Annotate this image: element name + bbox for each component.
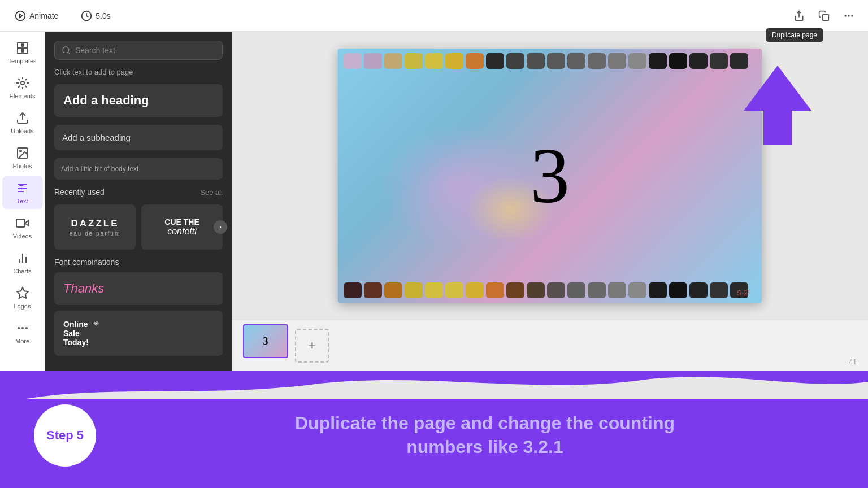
canvas-scroll[interactable]: 3 [232, 32, 868, 320]
search-input[interactable] [75, 46, 215, 55]
svg-point-26 [63, 47, 69, 53]
bottom-section: Step 5 Duplicate the page and change the… [0, 371, 868, 488]
charts-icon [15, 251, 30, 265]
svg-point-5 [845, 15, 847, 16]
svg-point-12 [21, 81, 24, 85]
svg-rect-18 [16, 219, 25, 227]
more-icon [15, 321, 30, 336]
svg-marker-22 [17, 287, 28, 298]
sidebar-item-more[interactable]: More [2, 316, 43, 349]
text-label: Text [16, 198, 28, 204]
more-icon [843, 10, 854, 21]
step-circle: Step 5 [34, 404, 96, 467]
cue-line2: confetti [167, 226, 197, 237]
svg-rect-9 [23, 43, 28, 47]
search-icon [62, 46, 71, 55]
wave-top [0, 371, 868, 399]
sidebar-item-photos[interactable]: Photos [2, 141, 43, 174]
icon-sidebar: Templates Elements Uploads Photos T Text [0, 32, 45, 371]
dazzle-title: DAZZLE [71, 218, 119, 229]
svg-point-23 [18, 327, 20, 329]
uploads-label: Uploads [11, 128, 33, 134]
font-combo-thanks[interactable]: Thanks [54, 272, 223, 305]
elements-icon [15, 76, 30, 90]
add-body-button[interactable]: Add a little bit of body text [54, 158, 223, 180]
svg-point-6 [848, 15, 849, 16]
svg-rect-11 [23, 49, 28, 53]
font-combo-online-sale[interactable]: Online Sale Today! ✳ [54, 311, 223, 356]
canvas-number: 3 [530, 136, 570, 215]
film-holes-bottom [338, 282, 762, 298]
add-page-button[interactable]: + [295, 329, 329, 363]
main-layout: Templates Elements Uploads Photos T Text [0, 32, 868, 371]
more-label: More [15, 338, 29, 345]
svg-text:T: T [19, 184, 24, 192]
uploads-icon [15, 111, 30, 125]
duplicate-icon [818, 10, 830, 21]
text-panel: Click text to add to page Add a heading … [45, 32, 232, 371]
page-thumbnail-1[interactable]: 3 1 [243, 324, 288, 358]
svg-rect-8 [18, 43, 22, 47]
add-page-icon: + [309, 338, 316, 353]
cue-line1: CUE THE [164, 217, 199, 226]
step-label: Step 5 [46, 428, 84, 443]
add-heading-label: Add a heading [63, 93, 149, 107]
sidebar-item-videos[interactable]: Videos [2, 211, 43, 244]
share-button[interactable] [789, 6, 809, 26]
sidebar-item-text[interactable]: T Text [2, 176, 43, 209]
see-all-label: See all [200, 188, 223, 197]
page-thumbnail-wrapper: 3 1 [243, 324, 288, 358]
font-combinations: Font combinations Thanks Online Sale Tod… [54, 258, 223, 356]
canvas-frame[interactable]: 3 [338, 49, 762, 303]
font-card-confetti[interactable]: CUE THE confetti [141, 204, 223, 250]
recently-used-title: Recently used [54, 188, 105, 197]
canvas-area: 3 [232, 32, 868, 371]
sidebar-item-elements[interactable]: Elements [2, 71, 43, 104]
font-combinations-header: Font combinations [54, 258, 223, 267]
recently-used-cards: DAZZLE eau de parfum CUE THE confetti › [54, 204, 223, 250]
animate-button[interactable]: Animate [9, 7, 64, 25]
svg-rect-4 [823, 14, 829, 20]
share-icon [793, 10, 805, 21]
instruction-line1: Duplicate the page and change the counti… [295, 412, 675, 435]
templates-icon [15, 41, 30, 55]
page-number: 41 [849, 358, 857, 366]
svg-point-7 [851, 15, 853, 16]
duplicate-tooltip: Duplicate page [766, 28, 823, 42]
combo-thanks-text: Thanks [63, 281, 104, 296]
film-holes-top [338, 53, 762, 69]
sidebar-item-logos[interactable]: Logos [2, 281, 43, 314]
click-hint: Click text to add to page [54, 68, 223, 76]
svg-marker-1 [19, 14, 22, 18]
thumbnail-strip: 3 1 + [232, 320, 868, 371]
text-icon: T [15, 181, 30, 195]
add-subheading-button[interactable]: Add a subheading [54, 125, 223, 150]
animate-icon [15, 10, 26, 21]
sidebar-item-charts[interactable]: Charts [2, 246, 43, 279]
svg-marker-17 [25, 220, 29, 226]
svg-point-0 [16, 11, 25, 20]
duplicate-page-button[interactable] [814, 6, 834, 26]
svg-point-15 [20, 150, 21, 152]
more-options-button[interactable] [839, 6, 859, 26]
sidebar-item-uploads[interactable]: Uploads [2, 106, 43, 139]
add-heading-button[interactable]: Add a heading [54, 84, 223, 117]
svg-point-24 [21, 327, 24, 329]
bottom-instruction: Duplicate the page and change the counti… [193, 412, 675, 459]
photos-label: Photos [12, 163, 32, 169]
carousel-next-button[interactable]: › [214, 220, 227, 234]
font-card-dazzle[interactable]: DAZZLE eau de parfum [54, 204, 136, 250]
see-all-button[interactable]: See all [200, 188, 223, 197]
add-subheading-label: Add a subheading [62, 133, 131, 142]
purple-arrow-annotation [744, 66, 811, 147]
search-box[interactable] [54, 41, 223, 60]
clock-icon [81, 10, 92, 21]
duration-label: 5.0s [96, 11, 110, 20]
duration-button[interactable]: 5.0s [75, 7, 116, 25]
top-toolbar: Animate 5.0s [0, 0, 868, 32]
videos-icon [15, 216, 30, 230]
combo-online-text: Online [63, 320, 89, 329]
sidebar-item-templates[interactable]: Templates [2, 36, 43, 69]
svg-rect-10 [18, 49, 22, 53]
combo-star: ✳ [93, 320, 99, 328]
